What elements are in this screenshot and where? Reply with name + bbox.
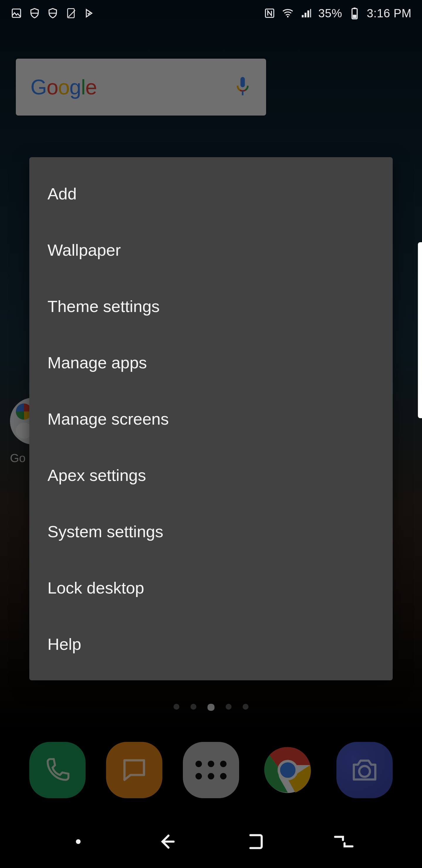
menu-item-label: Manage apps xyxy=(47,353,147,372)
dock-app-camera[interactable] xyxy=(336,742,393,798)
nav-assistant-dot[interactable] xyxy=(68,831,89,852)
dock-app-chrome[interactable] xyxy=(260,742,316,798)
navigation-bar xyxy=(0,815,422,868)
shield-icon xyxy=(47,7,59,19)
nav-home-button[interactable] xyxy=(245,831,265,852)
menu-item-manage-apps[interactable]: Manage apps xyxy=(29,334,393,391)
menu-item-label: Wallpaper xyxy=(47,241,121,259)
svg-rect-0 xyxy=(240,77,245,87)
menu-item-label: Lock desktop xyxy=(47,578,144,597)
launcher-context-menu: Add Wallpaper Theme settings Manage apps… xyxy=(29,157,393,680)
dock-app-phone[interactable] xyxy=(29,742,86,798)
menu-item-help[interactable]: Help xyxy=(29,616,393,672)
svg-point-14 xyxy=(76,839,80,844)
google-logo: Google xyxy=(30,75,97,99)
page-dot[interactable] xyxy=(226,704,231,710)
wifi-icon xyxy=(282,7,294,19)
menu-item-label: Add xyxy=(47,184,77,203)
status-bar: 35% 3:16 PM xyxy=(0,0,422,26)
svg-point-10 xyxy=(287,16,288,17)
menu-item-add[interactable]: Add xyxy=(29,165,393,222)
clock-text: 3:16 PM xyxy=(367,7,412,20)
menu-item-wallpaper[interactable]: Wallpaper xyxy=(29,222,393,278)
menu-item-label: Theme settings xyxy=(47,297,160,316)
battery-icon xyxy=(349,7,360,19)
page-dot[interactable] xyxy=(242,704,249,710)
menu-item-label: Help xyxy=(47,634,81,654)
menu-item-system-settings[interactable]: System settings xyxy=(29,503,393,559)
page-dot[interactable] xyxy=(207,704,215,711)
play-protect-icon xyxy=(83,7,95,19)
menu-item-theme-settings[interactable]: Theme settings xyxy=(29,278,393,334)
shield-icon xyxy=(29,7,40,19)
dock-app-messages[interactable] xyxy=(106,742,162,798)
menu-item-label: Apex settings xyxy=(47,466,146,485)
google-search-widget[interactable]: Google xyxy=(16,59,266,116)
nfc-icon xyxy=(264,7,275,19)
svg-point-5 xyxy=(359,766,370,777)
battery-percent-text: 35% xyxy=(318,7,342,20)
nav-recents-button[interactable] xyxy=(333,831,354,852)
svg-rect-13 xyxy=(353,15,356,18)
page-dot[interactable] xyxy=(173,704,180,710)
page-indicator[interactable] xyxy=(0,704,422,711)
menu-item-label: Manage screens xyxy=(47,409,169,428)
page-dot[interactable] xyxy=(191,704,196,710)
menu-item-lock-desktop[interactable]: Lock desktop xyxy=(29,559,393,616)
menu-item-apex-settings[interactable]: Apex settings xyxy=(29,447,393,503)
voice-search-icon[interactable] xyxy=(234,75,252,99)
fast-scroll-handle[interactable] xyxy=(418,242,422,418)
picture-icon xyxy=(10,7,22,19)
menu-item-label: System settings xyxy=(47,522,163,541)
nav-back-button[interactable] xyxy=(157,831,177,852)
svg-rect-12 xyxy=(353,8,355,9)
sim-error-icon xyxy=(65,7,77,19)
dock-app-drawer[interactable] xyxy=(183,742,239,798)
menu-item-manage-screens[interactable]: Manage screens xyxy=(29,391,393,447)
cellular-signal-icon xyxy=(300,7,312,19)
dock xyxy=(0,735,422,805)
